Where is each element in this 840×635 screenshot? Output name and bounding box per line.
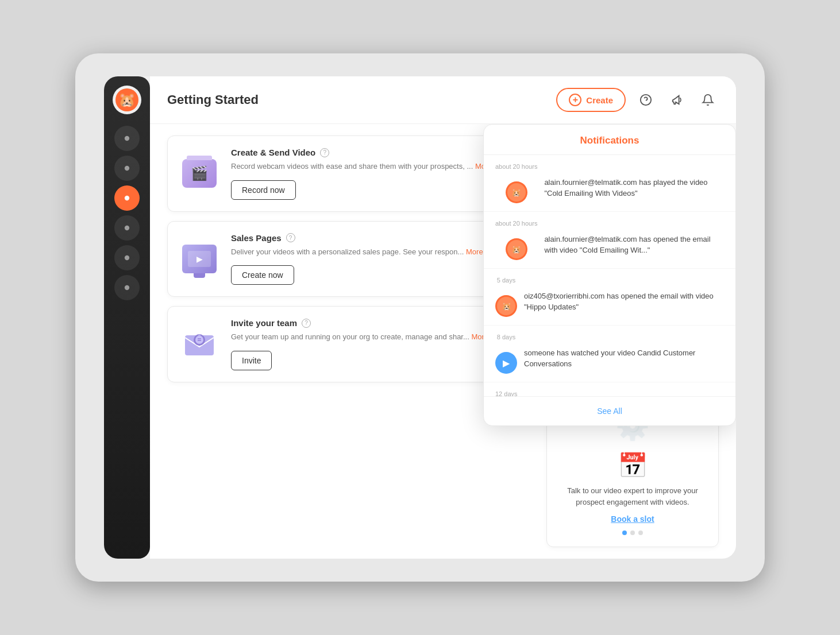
svg-point-1 — [125, 166, 129, 171]
notif-body-3: oiz405@txorierribhi.com has opened the e… — [524, 277, 724, 312]
carousel-dots — [622, 531, 643, 535]
header-actions: + Create — [556, 88, 719, 112]
notification-bell-button[interactable] — [697, 89, 719, 111]
notifications-list: about 20 hours 🐹 alain.fournier@telmatik… — [484, 155, 735, 396]
svg-point-2 — [125, 196, 129, 200]
notif-body-4: someone has watched your video Candid Cu… — [524, 334, 724, 369]
notification-item[interactable]: about 20 hours 🐹 alain.fournier@telmatik… — [484, 212, 735, 269]
notification-item[interactable]: about 20 hours 🐹 alain.fournier@telmatik… — [484, 155, 735, 212]
notif-time-3: 5 days — [497, 277, 515, 284]
notif-avatar-3: 5 days 🐹 — [495, 277, 517, 317]
svg-point-5 — [125, 285, 129, 290]
page-title: Getting Started — [167, 92, 259, 107]
logo-face — [115, 88, 138, 111]
calendar-icon: 📅 — [618, 451, 648, 479]
notif-avatar-4: 8 days ▶ — [495, 334, 517, 374]
card-icon-monitor: ▶ — [179, 239, 219, 279]
right-card-description: Talk to our video expert to improve your… — [558, 485, 707, 508]
page-body: 🎬 Create & Send Video ? Record webcam vi… — [150, 124, 736, 559]
notif-avatar-5: 12 days 🐹 — [495, 390, 518, 396]
card-icon-envelope — [179, 324, 219, 364]
monitor-screen: ▶ — [188, 251, 211, 267]
notif-body-1: alain.fournier@telmatik.com has played t… — [544, 163, 724, 199]
envelope-icon — [182, 330, 217, 358]
sidebar-item-active[interactable] — [114, 185, 140, 211]
notif-avatar-icon-1: 🐹 — [506, 181, 527, 203]
screen-container: Getting Started + Create — [75, 53, 765, 582]
notif-time-1: about 20 hours — [495, 163, 537, 170]
sidebar-item-more[interactable] — [114, 275, 140, 300]
svg-point-0 — [125, 136, 129, 141]
sales-pages-desc: Deliver your videos with a personalized … — [231, 246, 523, 258]
notifications-footer: See All — [484, 396, 735, 425]
svg-point-3 — [125, 226, 129, 230]
video-clapboard-icon: 🎬 — [182, 159, 217, 188]
notification-item[interactable]: 12 days 🐹 sweta.sharma@signifyd.com has … — [484, 382, 735, 396]
sidebar-item-home[interactable] — [114, 126, 140, 151]
notif-avatar-2: about 20 hours 🐹 — [495, 220, 537, 260]
invite-team-card: Invite your team ? Get your team up and … — [167, 306, 535, 382]
book-slot-link[interactable]: Book a slot — [611, 514, 654, 524]
sales-pages-card: ▶ Sales Pages ? Deliver your videos with… — [167, 221, 535, 297]
card-icon-video: 🎬 — [179, 153, 219, 193]
monitor-icon: ▶ — [182, 245, 217, 273]
sales-pages-help-icon[interactable]: ? — [286, 233, 295, 242]
sidebar-nav — [114, 126, 140, 549]
invite-team-content: Invite your team ? Get your team up and … — [231, 318, 523, 370]
cards-column: 🎬 Create & Send Video ? Record webcam vi… — [167, 135, 535, 547]
sidebar-item-video[interactable] — [114, 156, 140, 181]
notif-avatar-icon-3: 🐹 — [495, 295, 517, 317]
notif-time-4: 8 days — [497, 334, 515, 340]
notifications-overlay: Notifications about 20 hours 🐹 — [483, 124, 736, 426]
record-now-button[interactable]: Record now — [231, 180, 296, 200]
notif-avatar-1: about 20 hours 🐹 — [495, 163, 537, 203]
notif-time-2: about 20 hours — [495, 220, 537, 227]
record-video-card: 🎬 Create & Send Video ? Record webcam vi… — [167, 135, 535, 212]
notif-time-5: 12 days — [495, 390, 518, 396]
main-content: Getting Started + Create — [150, 76, 736, 559]
create-button[interactable]: + Create — [556, 88, 626, 112]
sales-pages-more-link[interactable]: More — [466, 247, 483, 256]
see-all-link[interactable]: See All — [597, 406, 622, 416]
carousel-dot-3[interactable] — [638, 531, 643, 535]
notif-body-2: alain.fournier@telmatik.com has opened t… — [544, 220, 724, 255]
record-video-help-icon[interactable]: ? — [320, 148, 329, 157]
notif-text-4: someone has watched your video Candid Cu… — [524, 349, 695, 368]
record-video-title: Create & Send Video — [231, 148, 315, 157]
create-now-button[interactable]: Create now — [231, 265, 294, 285]
record-video-desc: Record webcam videos with ease and share… — [231, 161, 523, 172]
sidebar-item-users[interactable] — [114, 215, 140, 241]
app-logo[interactable] — [113, 86, 141, 114]
notification-item[interactable]: 8 days ▶ someone has watched your video … — [484, 326, 735, 382]
sales-pages-content: Sales Pages ? Deliver your videos with a… — [231, 233, 523, 285]
notif-text-3: oiz405@txorierribhi.com has opened the e… — [524, 292, 714, 311]
sidebar-item-settings[interactable] — [114, 245, 140, 270]
notif-text-2: alain.fournier@telmatik.com has opened t… — [544, 235, 710, 254]
svg-point-4 — [125, 255, 129, 260]
notification-item[interactable]: 5 days 🐹 oiz405@txorierribhi.com has ope… — [484, 269, 735, 326]
notifications-title: Notifications — [580, 135, 639, 146]
invite-team-desc: Get your team up and running on your org… — [231, 331, 523, 343]
invite-button[interactable]: Invite — [231, 351, 272, 370]
header: Getting Started + Create — [150, 76, 736, 124]
notif-avatar-icon-4: ▶ — [495, 352, 517, 374]
app-frame: Getting Started + Create — [104, 76, 736, 559]
plus-circle-icon: + — [569, 94, 581, 106]
record-video-content: Create & Send Video ? Record webcam vide… — [231, 148, 523, 200]
invite-team-title: Invite your team — [231, 318, 297, 328]
sales-pages-title: Sales Pages — [231, 233, 282, 243]
help-button[interactable] — [635, 89, 657, 111]
notif-body-5: sweta.sharma@signifyd.com has opened the… — [525, 390, 724, 396]
notif-text-1: alain.fournier@telmatik.com has played t… — [544, 178, 707, 198]
carousel-dot-1[interactable] — [622, 531, 627, 535]
invite-team-help-icon[interactable]: ? — [302, 319, 311, 328]
notifications-header: Notifications — [484, 125, 735, 155]
notif-avatar-icon-2: 🐹 — [506, 238, 527, 260]
megaphone-button[interactable] — [666, 89, 688, 111]
svg-point-10 — [195, 336, 203, 344]
sidebar — [104, 76, 150, 559]
carousel-dot-2[interactable] — [630, 531, 635, 535]
